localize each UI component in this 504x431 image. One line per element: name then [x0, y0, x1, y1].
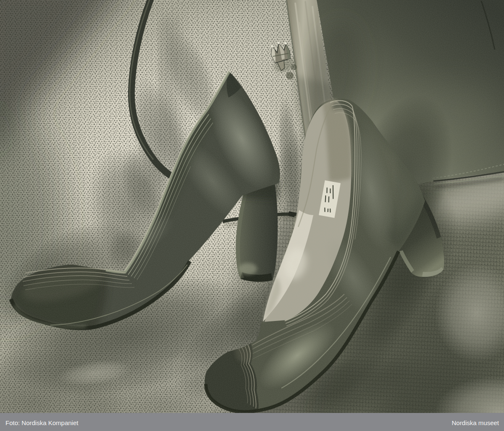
svg-text:Nordiska museet: Nordiska museet: [452, 419, 499, 426]
svg-text:Foto: Nordiska Kompaniet: Foto: Nordiska Kompaniet: [5, 419, 79, 426]
